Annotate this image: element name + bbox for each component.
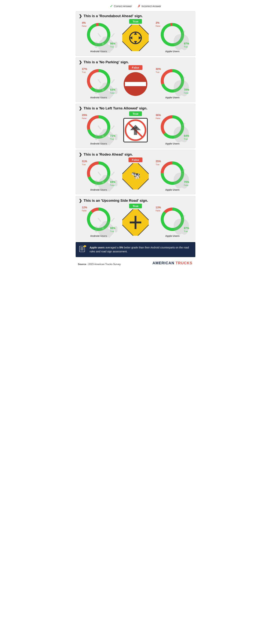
apple-correct-pct-4: 75%False xyxy=(184,180,189,186)
apple-icon-2 xyxy=(166,74,179,88)
brand-name2: TRUCKS xyxy=(176,261,192,265)
svg-rect-38 xyxy=(95,134,98,140)
question-block-3: ❯ This is a 'No Left Turns Allowed' sign… xyxy=(76,104,195,148)
apple-icon-1 xyxy=(166,28,179,41)
android-donut-3 xyxy=(84,113,113,141)
android-correct-pct-5: 88%True xyxy=(110,226,115,232)
answer-badge-3: True xyxy=(129,111,142,116)
sign-5 xyxy=(122,209,149,236)
svg-point-18 xyxy=(102,89,104,91)
question-title-2: ❯ This is a 'No Parking' sign. xyxy=(77,60,194,64)
android-correct-pct-2: 63%False xyxy=(110,88,115,94)
question-title-5: ❯ This is an 'Upcoming Side Road' sign. xyxy=(77,198,194,203)
apple-correct-pct-2: 70%False xyxy=(184,88,189,94)
android-section-1: 4%False 96%Tru xyxy=(80,20,117,53)
svg-rect-5 xyxy=(102,36,110,42)
apple-correct-pct-5: 87%True xyxy=(184,226,189,232)
correct-label: Correct Answer xyxy=(114,5,132,8)
svg-rect-8 xyxy=(95,42,98,48)
question-block-4: ❯ This is a 'Rodeo Ahead' sign. False 31… xyxy=(76,150,195,194)
android-section-4: 31%True 69%Fal xyxy=(80,159,117,191)
apple-donut-outer-4: 25%True 75%False xyxy=(158,159,187,187)
footer-highlight2: 5% xyxy=(119,246,123,249)
chevron-icon-4: ❯ xyxy=(79,152,82,157)
source-text: : 2023 American Trucks Survey xyxy=(87,263,121,266)
brand-line: AMERICAN TRUCKS xyxy=(149,260,195,268)
apple-donut-outer-3: 36%False 64%True xyxy=(158,113,187,141)
svg-rect-28 xyxy=(125,82,146,86)
svg-rect-40 xyxy=(102,141,104,145)
apple-correct-pct-3: 64%True xyxy=(184,134,189,140)
android-icon-3 xyxy=(92,120,105,134)
source-label: Source xyxy=(78,263,86,266)
bottom-bar: Source : 2023 American Trucks Survey AME… xyxy=(73,258,198,270)
apple-correct-pct-1: 97%True xyxy=(184,42,189,48)
sign-4: 🐄 xyxy=(122,163,149,190)
answer-badge-4: False xyxy=(129,158,142,162)
apple-donut-3 xyxy=(158,113,187,141)
answer-badge-2: False xyxy=(129,65,142,70)
question-text-2: This is a 'No Parking' sign. xyxy=(84,60,129,64)
apple-donut-outer-2: 30%True 70%False xyxy=(158,67,187,95)
android-donut-outer-3: 29%False 71%Tr xyxy=(84,113,113,141)
question-block-5: ❯ This is an 'Upcoming Side Road' sign. … xyxy=(76,196,195,240)
question-title-4: ❯ This is a 'Rodeo Ahead' sign. xyxy=(77,152,194,157)
apple-donut-1 xyxy=(158,20,187,49)
svg-line-52 xyxy=(98,172,100,175)
svg-rect-25 xyxy=(102,94,104,99)
svg-rect-12 xyxy=(122,25,149,51)
svg-rect-11 xyxy=(108,48,111,53)
apple-section-4: 25%True 75%False Apple Users xyxy=(154,159,191,191)
checklist-icon xyxy=(79,245,87,254)
apple-section-3: 36%False 64%True Apple Users xyxy=(154,113,191,145)
android-donut-4 xyxy=(84,159,113,187)
sign-3 xyxy=(122,117,149,143)
svg-line-21 xyxy=(98,80,100,83)
android-correct-pct-1: 96%True xyxy=(110,42,115,48)
svg-line-37 xyxy=(112,126,114,129)
svg-line-7 xyxy=(112,34,114,36)
svg-rect-54 xyxy=(95,180,98,186)
question-text-3: This is a 'No Left Turns Allowed' sign. xyxy=(84,106,147,110)
apple-section-1: 3%False 97%True Apple Users xyxy=(154,20,191,53)
apple-icon-5 xyxy=(166,213,179,226)
svg-rect-10 xyxy=(102,48,104,53)
apple-donut-outer-5: 13%False 87%True xyxy=(158,205,187,234)
question-content-5: True 12%False xyxy=(77,205,194,237)
svg-rect-51 xyxy=(102,175,110,181)
chevron-icon-2: ❯ xyxy=(79,60,82,64)
svg-rect-57 xyxy=(108,187,111,191)
svg-line-68 xyxy=(112,218,114,221)
chevron-icon-3: ❯ xyxy=(79,106,82,110)
apple-donut-4 xyxy=(158,159,187,187)
android-correct-pct-3: 71%True xyxy=(110,134,115,140)
chevron-icon-1: ❯ xyxy=(79,14,82,18)
question-content-2: False 37%True xyxy=(77,67,194,99)
legend: ✓ Correct Answer ✗ Incorrect Answer xyxy=(73,2,198,10)
check-icon: ✓ xyxy=(110,4,113,8)
svg-rect-23 xyxy=(95,88,98,94)
brand-name1: AMERICAN xyxy=(152,261,175,265)
android-icon-4 xyxy=(92,166,105,180)
question-content-4: False 31%True xyxy=(77,159,194,191)
svg-rect-56 xyxy=(102,187,104,191)
x-icon: ✗ xyxy=(138,4,140,8)
svg-point-3 xyxy=(102,43,104,45)
question-title-1: ❯ This is a 'Roundabout Ahead' sign. xyxy=(77,14,194,18)
question-text-4: This is a 'Rodeo Ahead' sign. xyxy=(84,152,133,156)
question-content-1: True 4%False xyxy=(77,20,194,53)
question-text-1: This is a 'Roundabout Ahead' sign. xyxy=(84,14,143,18)
android-donut-outer-2: 37%True 63%Fal xyxy=(84,67,113,95)
question-title-3: ❯ This is a 'No Left Turns Allowed' sign… xyxy=(77,106,194,110)
question-block-1: ❯ This is a 'Roundabout Ahead' sign. Tru… xyxy=(76,11,195,56)
android-section-3: 29%False 71%Tr xyxy=(80,113,117,145)
svg-line-36 xyxy=(98,126,100,129)
question-text-5: This is an 'Upcoming Side Road' sign. xyxy=(84,198,148,203)
svg-rect-72 xyxy=(108,233,111,238)
svg-line-22 xyxy=(112,80,114,83)
svg-rect-35 xyxy=(102,129,110,134)
svg-rect-69 xyxy=(95,226,98,232)
android-donut-2 xyxy=(84,67,113,95)
svg-point-49 xyxy=(102,181,104,184)
answer-badge-5: True xyxy=(129,204,142,208)
